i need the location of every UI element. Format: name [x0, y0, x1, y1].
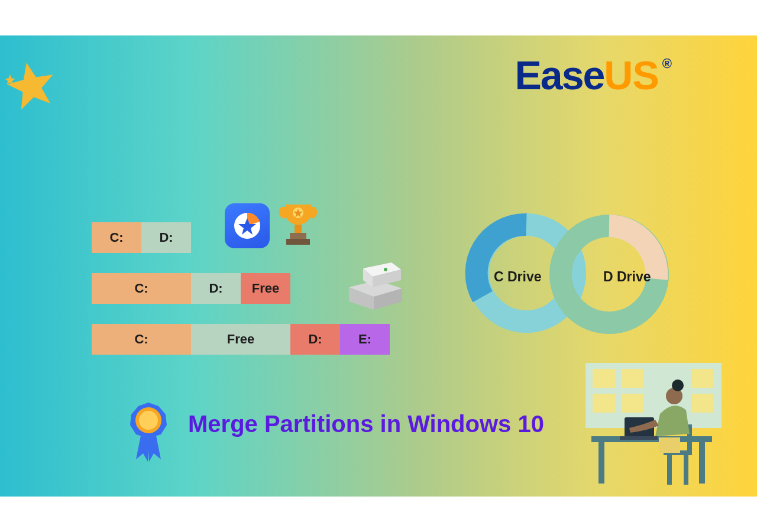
partition-row-2: C:D:Free [92, 273, 290, 304]
ring-label-d: D Drive [603, 269, 651, 285]
svg-rect-29 [620, 436, 658, 440]
svg-marker-0 [5, 59, 58, 111]
partition-row-3: C:FreeD:E: [92, 324, 390, 355]
partition-cell: D: [141, 222, 191, 253]
partition-cell: E: [340, 324, 390, 355]
partition-cell: C: [92, 324, 191, 355]
award-medal-icon [123, 400, 174, 465]
logo-text-ease: Ease [515, 52, 604, 98]
svg-point-31 [672, 379, 684, 391]
partition-cell: Free [191, 324, 290, 355]
svg-rect-4 [295, 225, 302, 233]
svg-rect-17 [593, 394, 615, 413]
partition-row-1: C:D: [92, 222, 191, 253]
partition-cell: Free [241, 273, 290, 304]
svg-rect-15 [593, 369, 615, 388]
svg-rect-22 [599, 442, 604, 484]
person-at-desk-illustration [585, 361, 722, 491]
svg-rect-20 [691, 394, 713, 413]
svg-rect-23 [699, 442, 705, 484]
svg-rect-16 [621, 369, 643, 388]
logo-text-us: US [604, 52, 658, 98]
page-headline: Merge Partitions in Windows 10 [188, 411, 544, 437]
partition-cell: C: [92, 273, 191, 304]
svg-rect-27 [684, 455, 688, 485]
svg-rect-5 [290, 233, 306, 239]
svg-rect-19 [691, 369, 713, 388]
svg-rect-6 [286, 239, 310, 245]
svg-point-13 [139, 411, 158, 430]
trophy-icon [277, 199, 319, 252]
svg-rect-32 [659, 437, 680, 453]
logo-registered: ® [662, 56, 672, 72]
easeus-logo: Ease US ® [515, 52, 669, 98]
partition-cell: D: [290, 324, 340, 355]
svg-rect-18 [621, 394, 643, 413]
partition-cell: C: [92, 222, 141, 253]
svg-point-9 [384, 268, 387, 271]
ring-label-c: C Drive [494, 269, 542, 285]
partition-cell: D: [191, 273, 241, 304]
hard-drive-icon [343, 260, 408, 312]
svg-rect-26 [667, 455, 672, 485]
star-icon [5, 59, 58, 112]
partition-app-icon [225, 203, 270, 248]
